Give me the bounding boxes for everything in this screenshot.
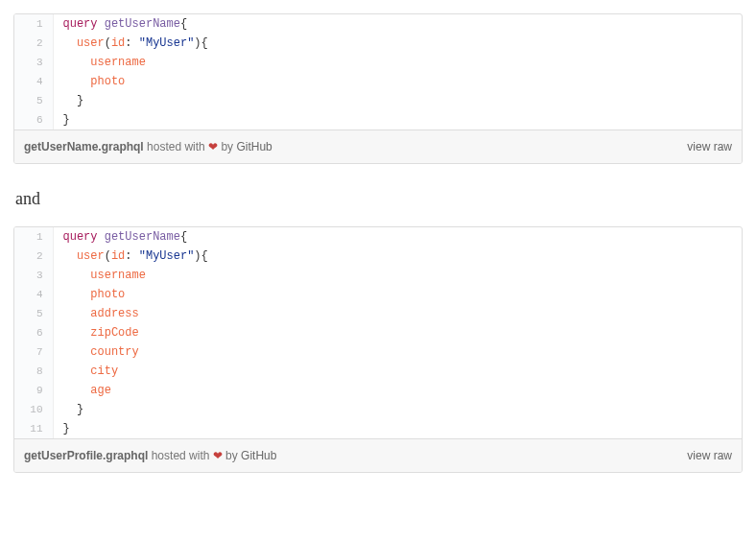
token-plain: }: [63, 113, 70, 127]
code-table: 1query getUserName{2 user(id: "MyUser"){…: [14, 14, 742, 129]
code-table: 1query getUserName{2 user(id: "MyUser"){…: [14, 227, 742, 438]
line-number[interactable]: 7: [14, 342, 53, 362]
token-attr: username: [90, 56, 146, 69]
line-number[interactable]: 1: [14, 227, 53, 247]
gist-filename-link[interactable]: getUserName.graphql: [24, 140, 144, 153]
line-number[interactable]: 10: [14, 400, 53, 419]
token-plain: (: [105, 249, 111, 263]
token-string: "MyUser": [139, 249, 195, 263]
code-content: username: [53, 266, 742, 285]
code-line: 5 address: [14, 304, 742, 323]
token-plain: [63, 56, 91, 69]
token-keyword: query: [63, 230, 98, 244]
token-attr: photo: [90, 75, 125, 88]
token-attr: id: [111, 36, 125, 50]
code-line: 9 age: [14, 381, 742, 400]
token-plain: ){: [194, 36, 207, 50]
by-text: by: [223, 449, 241, 462]
token-plain: {: [180, 230, 187, 244]
heart-icon: ❤: [208, 140, 218, 153]
hosted-with-text: hosted with: [148, 449, 212, 462]
line-number[interactable]: 1: [14, 14, 53, 34]
code-line: 5 }: [14, 91, 742, 110]
line-number[interactable]: 11: [14, 419, 53, 438]
code-line: 11}: [14, 419, 742, 438]
code-line: 6 zipCode: [14, 323, 742, 342]
token-entity: getUserName: [105, 230, 180, 244]
token-keyword: query: [63, 17, 98, 31]
view-raw-link[interactable]: view raw: [687, 140, 732, 153]
token-plain: [63, 75, 91, 88]
code-line: 4 photo: [14, 285, 742, 304]
line-number[interactable]: 6: [14, 110, 53, 129]
code-line: 8 city: [14, 362, 742, 381]
line-number[interactable]: 2: [14, 247, 53, 266]
token-attr: city: [90, 365, 118, 378]
code-content: photo: [53, 72, 742, 91]
code-content: }: [53, 110, 742, 129]
token-attr: zipCode: [90, 326, 138, 340]
token-plain: [63, 307, 91, 320]
token-attr: user: [77, 36, 105, 50]
line-number[interactable]: 5: [14, 304, 53, 323]
line-number[interactable]: 9: [14, 381, 53, 400]
github-link[interactable]: GitHub: [236, 140, 272, 153]
code-content: }: [53, 419, 742, 438]
token-plain: [63, 384, 91, 397]
token-plain: ){: [194, 249, 207, 263]
code-line: 3 username: [14, 53, 742, 72]
code-line: 1query getUserName{: [14, 14, 742, 34]
line-number[interactable]: 6: [14, 323, 53, 342]
view-raw-link[interactable]: view raw: [687, 449, 732, 462]
code-line: 2 user(id: "MyUser"){: [14, 34, 742, 53]
gist-block-2: 1query getUserName{2 user(id: "MyUser"){…: [13, 226, 743, 473]
token-plain: [98, 17, 105, 31]
gist-meta-left: getUserProfile.graphql hosted with ❤ by …: [24, 449, 276, 462]
github-link[interactable]: GitHub: [241, 449, 276, 462]
code-content: }: [53, 400, 742, 419]
token-plain: {: [180, 17, 187, 31]
code-content: country: [53, 342, 742, 362]
gist-meta-left: getUserName.graphql hosted with ❤ by Git…: [24, 140, 272, 153]
token-plain: [63, 326, 91, 340]
line-number[interactable]: 3: [14, 266, 53, 285]
token-plain: :: [125, 36, 138, 50]
token-plain: [63, 249, 77, 263]
code-content: photo: [53, 285, 742, 304]
token-attr: id: [111, 249, 125, 263]
token-plain: [63, 269, 91, 282]
token-attr: address: [90, 307, 138, 320]
code-content: zipCode: [53, 323, 742, 342]
between-paragraph: and: [15, 189, 743, 209]
code-content: }: [53, 91, 742, 110]
token-plain: [63, 288, 91, 301]
token-plain: [63, 36, 77, 50]
code-line: 10 }: [14, 400, 742, 419]
code-content: address: [53, 304, 742, 323]
line-number[interactable]: 8: [14, 362, 53, 381]
token-plain: }: [63, 94, 84, 107]
token-plain: }: [63, 422, 70, 435]
code-line: 4 photo: [14, 72, 742, 91]
token-string: "MyUser": [139, 36, 195, 50]
token-attr: user: [77, 249, 105, 263]
gist-meta-bar: getUserProfile.graphql hosted with ❤ by …: [14, 438, 742, 472]
line-number[interactable]: 5: [14, 91, 53, 110]
token-plain: [63, 365, 91, 378]
code-content: query getUserName{: [53, 227, 742, 247]
line-number[interactable]: 3: [14, 53, 53, 72]
gist-block-1: 1query getUserName{2 user(id: "MyUser"){…: [13, 13, 743, 164]
line-number[interactable]: 2: [14, 34, 53, 53]
code-content: user(id: "MyUser"){: [53, 247, 742, 266]
code-content: username: [53, 53, 742, 72]
gist-filename-link[interactable]: getUserProfile.graphql: [24, 449, 148, 462]
token-entity: getUserName: [105, 17, 180, 31]
code-line: 2 user(id: "MyUser"){: [14, 247, 742, 266]
gist-meta-bar: getUserName.graphql hosted with ❤ by Git…: [14, 129, 742, 163]
token-plain: }: [63, 403, 84, 416]
line-number[interactable]: 4: [14, 72, 53, 91]
token-attr: username: [90, 269, 146, 282]
token-plain: (: [105, 36, 111, 50]
code-content: user(id: "MyUser"){: [53, 34, 742, 53]
line-number[interactable]: 4: [14, 285, 53, 304]
